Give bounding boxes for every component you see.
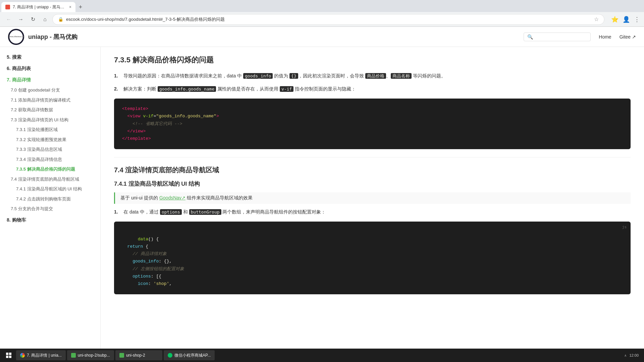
reload-button[interactable]: ↻ — [28, 15, 38, 24]
section-74-title: 渲染详情页底部的商品导航区域 — [125, 166, 219, 174]
code-goods-info: goods_info — [243, 73, 273, 79]
taskbar-chrome-label: 7. 商品详情 | unia... — [27, 353, 62, 358]
forward-button[interactable]: → — [16, 15, 25, 24]
code-empty-obj: {} — [289, 73, 298, 79]
menu-icon[interactable]: ⋮ — [634, 16, 640, 23]
search-input[interactable] — [535, 34, 582, 39]
home-button[interactable]: ⌂ — [40, 15, 50, 24]
browser-tab[interactable]: 7. 商品详情 | uniapp - 黑马优购 × — [1, 2, 75, 12]
main-layout: 5. 搜索 6. 商品列表 7. 商品详情 7.0 创建 goodsdetail… — [0, 47, 644, 349]
taskbar-time: 12:00 — [629, 353, 639, 357]
para1-text: 导致问题的原因：在商品详情数据请求回来之前，data 中 goods_info … — [123, 72, 446, 80]
section-735-title: 7.3.5 解决商品价格闪烁的问题 — [114, 56, 214, 64]
logo-image: 黑马程序员 www.itheima.com — [8, 29, 24, 45]
code-block-2: jsdata() { return { // 商品详情对象 goods_info… — [114, 222, 631, 294]
para2-item: 2. 解决方案：判断 goods_info.goods_name 属性的值是否存… — [114, 85, 631, 93]
start-button[interactable] — [3, 350, 15, 360]
section-741-heading: 7.4.1 渲染商品导航区域的 UI 结构 — [114, 180, 631, 188]
chrome-icon — [20, 353, 25, 358]
browser-nav-bar: ← → ↻ ⌂ 🔒 escook.cn/docs-uni-shop/mds/7.… — [0, 12, 644, 27]
section-735-heading: 7.3.5 解决商品价格闪烁的问题 — [114, 55, 631, 65]
code-price-label: 商品价格 — [365, 73, 386, 79]
wechat-icon — [168, 353, 172, 358]
logo-inner: 黑马程序员 www.itheima.com — [9, 30, 23, 44]
taskbar: 7. 商品详情 | unia... uni-shop-2/subp... uni… — [0, 349, 644, 362]
sidebar-item-s7[interactable]: 7. 商品详情 — [0, 75, 100, 85]
taskbar-hema2-label: uni-shop-2 — [126, 353, 145, 358]
taskbar-right: ∧ 12:00 — [624, 353, 641, 357]
taskbar-chevron[interactable]: ∧ — [624, 354, 627, 357]
sidebar-item-s7-2[interactable]: 7.2 获取商品详情数据 — [0, 105, 100, 115]
browser-nav-right: ⭐ 👤 ⋮ — [611, 16, 640, 23]
sidebar-item-s7-4-2[interactable]: 7.4.2 点击跳转到购物车页面 — [0, 194, 100, 204]
section-74-heading: 7.4 渲染详情页底部的商品导航区域 — [114, 166, 631, 175]
taskbar-wechat-label: 微信小程序商城AP... — [174, 353, 211, 358]
extensions-icon[interactable]: ⭐ — [611, 16, 619, 23]
code-goods-name: goods_info.goods_name — [158, 86, 216, 92]
taskbar-hema1-label: uni-shop-2/subp... — [78, 353, 110, 358]
note-box-goodsnav: 基于 uni-ui 提供的 GoodsNav↗ 组件来实现商品导航区域的效果 — [114, 192, 631, 204]
search-icon: 🔍 — [527, 34, 533, 40]
app-title: uniapp - 黑马优购 — [28, 33, 77, 41]
content-area: 7.3.5 解决商品价格闪烁的问题 1. 导致问题的原因：在商品详情数据请求回来… — [101, 47, 644, 349]
taskbar-chrome-btn[interactable]: 7. 商品详情 | unia... — [16, 350, 66, 360]
sidebar-section-6: 6. 商品列表 — [0, 64, 100, 74]
taskbar-hema2-btn[interactable]: uni-shop-2 — [115, 350, 162, 360]
sidebar-item-s7-4-1[interactable]: 7.4.1 渲染商品导航区域的 UI 结构 — [0, 184, 100, 194]
section-741-title: 7.4.1 渲染商品导航区域的 UI 结构 — [114, 181, 200, 187]
logo-area: 黑马程序员 www.itheima.com uniapp - 黑马优购 — [8, 29, 77, 45]
sidebar-item-s7-4[interactable]: 7.4 渲染详情页底部的商品导航区域 — [0, 174, 100, 184]
code-vif: v-if — [280, 86, 293, 92]
sidebar-item-s7-3-5[interactable]: 7.3.5 解决商品价格闪烁的问题 — [0, 164, 100, 174]
back-button[interactable]: ← — [4, 15, 13, 24]
tab-bar: 7. 商品详情 | uniapp - 黑马优购 × + — [0, 0, 644, 12]
profile-icon[interactable]: 👤 — [623, 16, 630, 23]
sidebar-item-s7-3[interactable]: 7.3 渲染商品详情页的 UI 结构 — [0, 115, 100, 125]
hema2-icon — [119, 353, 124, 358]
sidebar-item-s7-3-2[interactable]: 7.3.2 实现轮播图预览效果 — [0, 135, 100, 145]
sidebar-item-s7-3-4[interactable]: 7.3.4 渲染商品详情信息 — [0, 155, 100, 165]
taskbar-wechat-btn[interactable]: 微信小程序商城AP... — [164, 350, 215, 360]
sidebar-item-s7-3-1[interactable]: 7.3.1 渲染轮播图区域 — [0, 125, 100, 135]
sidebar: 5. 搜索 6. 商品列表 7. 商品详情 7.0 创建 goodsdetail… — [0, 47, 101, 349]
js-label: js — [622, 224, 627, 231]
sidebar-item-s7-0[interactable]: 7.0 创建 goodsdetail 分支 — [0, 85, 100, 95]
sidebar-item-s7-3-3[interactable]: 7.3.3 渲染商品信息区域 — [0, 144, 100, 155]
home-nav-link[interactable]: Home — [599, 34, 611, 40]
section-divider-1 — [114, 157, 631, 158]
tab-favicon — [5, 5, 10, 9]
gitee-nav-link[interactable]: Gitee ↗ — [620, 34, 636, 40]
bookmark-icon[interactable]: ☆ — [594, 16, 599, 22]
code-block-1: <template> <view v-if="goods_info.goods_… — [114, 99, 631, 149]
step1-text: 在 data 中，通过 options 和 buttonGroup 两个数组，来… — [123, 208, 326, 216]
sidebar-item-s7-5[interactable]: 7.5 分支的合并与提交 — [0, 204, 100, 214]
code-name-label: 商品名称 — [391, 73, 412, 79]
sidebar-item-s6[interactable]: 6. 商品列表 — [0, 64, 100, 74]
step1-num: 1. — [114, 208, 121, 216]
sidebar-section-5: 5. 搜索 — [0, 52, 100, 62]
windows-icon — [6, 353, 11, 358]
sidebar-item-s7-1[interactable]: 7.1 添加商品详情页的编译模式 — [0, 95, 100, 105]
taskbar-hema1-btn[interactable]: uni-shop-2/subp... — [67, 350, 114, 360]
goodsnav-link[interactable]: GoodsNav↗ — [159, 195, 185, 200]
tab-title: 7. 商品详情 | uniapp - 黑马优购 — [13, 4, 66, 10]
hema1-icon — [71, 353, 76, 358]
code-options: options — [160, 209, 182, 215]
app-header: 黑马程序员 www.itheima.com uniapp - 黑马优购 🔍 Ho… — [0, 27, 644, 47]
url-text: escook.cn/docs-uni-shop/mds/7.goodsdetai… — [66, 16, 591, 22]
sidebar-item-s8[interactable]: 8. 购物车 — [0, 215, 100, 225]
sidebar-section-8: 8. 购物车 — [0, 215, 100, 225]
new-tab-button[interactable]: + — [75, 2, 86, 12]
sidebar-section-7: 7. 商品详情 7.0 创建 goodsdetail 分支 7.1 添加商品详情… — [0, 75, 100, 214]
step1-item: 1. 在 data 中，通过 options 和 buttonGroup 两个数… — [114, 208, 631, 216]
address-bar[interactable]: 🔒 escook.cn/docs-uni-shop/mds/7.goodsdet… — [52, 14, 604, 25]
para1-num: 1. — [114, 72, 121, 80]
header-right: 🔍 Home Gitee ↗ — [524, 33, 636, 41]
para1-item: 1. 导致问题的原因：在商品详情数据请求回来之前，data 中 goods_in… — [114, 72, 631, 80]
search-box[interactable]: 🔍 — [524, 33, 591, 41]
para2-num: 2. — [114, 85, 121, 93]
code-buttongroup: buttonGroup — [189, 209, 221, 215]
sidebar-item-s5[interactable]: 5. 搜索 — [0, 52, 100, 62]
tab-close-button[interactable]: × — [69, 5, 71, 9]
para2-text: 解决方案：判断 goods_info.goods_name 属性的值是否存在，从… — [123, 85, 356, 93]
